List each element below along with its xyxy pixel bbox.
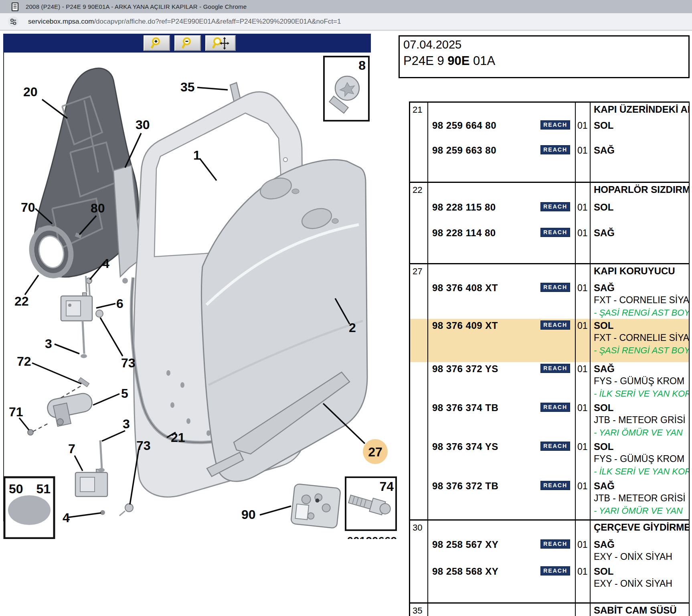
part-entry-row[interactable]: 98 376 409 XTREACH01SOLFXT - CORNELIE Sİ… — [410, 319, 689, 362]
reach-badge[interactable]: REACH — [540, 228, 570, 237]
reach-badge[interactable]: REACH — [540, 364, 570, 373]
part-number[interactable]: 98 228 115 80 — [432, 202, 496, 213]
inset-box-8: 8 — [324, 57, 369, 121]
reach-badge[interactable]: REACH — [540, 442, 570, 451]
part-color-attr: FYS - GÜMÜŞ KROM — [594, 453, 689, 465]
part-side-label: SAĞ — [594, 282, 689, 294]
reach-badge[interactable]: REACH — [540, 539, 570, 549]
part-quantity: 01 — [576, 119, 591, 144]
window-title: 2008 (P24E) - P24E 9 90E01A - ARKA YANA … — [26, 3, 247, 10]
part-entry-row[interactable]: 98 376 374 TBREACH01SOLJTB - METEOR GRİS… — [410, 401, 689, 440]
upper-hinge-part — [61, 293, 92, 321]
part-side-label: SOL — [594, 319, 689, 332]
diagram-label-22: 22 — [14, 294, 29, 308]
part-quantity: 01 — [576, 479, 591, 519]
part-number[interactable]: 98 258 567 XY — [432, 539, 498, 550]
part-number[interactable]: 98 376 374 YS — [432, 441, 498, 452]
reach-badge[interactable]: REACH — [540, 566, 570, 575]
reach-badge[interactable]: REACH — [540, 283, 570, 292]
site-settings-tune-icon[interactable] — [8, 16, 18, 27]
diagram-label-2: 2 — [349, 320, 356, 335]
diagram-label-72: 72 — [17, 354, 31, 369]
diagram-label-27: 27 — [368, 445, 382, 459]
diagram-label-70: 70 — [21, 200, 35, 215]
table-row: 21KAPI ÜZERİNDEKİ ARK98 259 664 80REACH0… — [410, 101, 689, 182]
part-color-attr: JTB - METEOR GRİSİ — [594, 414, 689, 426]
part-entry-row[interactable]: 98 376 372 TBREACH01SAĞJTB - METEOR GRİS… — [410, 479, 689, 519]
part-quantity: 01 — [576, 201, 591, 226]
part-number[interactable]: 98 376 374 TB — [432, 402, 498, 413]
zoom-out-button[interactable] — [174, 35, 201, 51]
part-entry-row[interactable]: 98 376 374 YSREACH01SOLFYS - GÜMÜŞ KROM-… — [410, 440, 689, 479]
diagram-label-3-lower: 3 — [123, 417, 130, 431]
part-side-label: SAĞ — [594, 144, 689, 156]
window-titlebar: 2008 (P24E) - P24E 9 90E01A - ARKA YANA … — [0, 0, 692, 13]
parts-table-rows: 21KAPI ÜZERİNDEKİ ARK98 259 664 80REACH0… — [410, 101, 689, 616]
pin-72 — [78, 377, 89, 387]
part-entry-row[interactable]: 98 259 664 80REACH01SOL — [410, 119, 689, 144]
part-number[interactable]: 98 228 114 80 — [432, 227, 496, 238]
part-note-green: - İLK SERİ VE YAN KOR — [594, 387, 689, 400]
diagram-label-90: 90 — [241, 507, 256, 522]
zoom-in-button[interactable] — [144, 35, 170, 51]
part-number[interactable]: 98 376 408 XT — [432, 282, 498, 293]
reach-badge[interactable]: REACH — [540, 120, 570, 130]
reach-badge[interactable]: REACH — [540, 320, 570, 330]
reach-badge[interactable]: REACH — [540, 202, 570, 211]
part-entry-row[interactable]: 98 376 372 YSREACH01SAĞFYS - GÜMÜŞ KROM-… — [410, 362, 689, 401]
url-text[interactable]: servicebox.mpsa.com/docapvpr/affiche.do?… — [28, 18, 341, 26]
reach-badge[interactable]: REACH — [540, 145, 570, 154]
part-note-green: - YARI ÖMÜR VE YAN — [594, 426, 689, 439]
row-header-line: 21KAPI ÜZERİNDEKİ ARK — [410, 103, 689, 119]
part-color-attr: EXY - ONİX SİYAH — [594, 578, 689, 590]
row-ref: 22 — [410, 183, 428, 201]
part-number[interactable]: 98 259 664 80 — [432, 120, 496, 131]
part-number[interactable]: 98 258 568 XY — [432, 566, 498, 577]
inset-box-50-51: 50 51 02/2024 — [4, 477, 54, 539]
zoom-out-icon — [181, 37, 194, 50]
row-title: KAPI ÜZERİNDEKİ ARK — [594, 103, 689, 116]
part-note-green: - ŞASİ RENGİ AST BOYA — [594, 344, 689, 357]
diagram-label-71: 71 — [9, 405, 23, 419]
part-entry-row[interactable]: 98 376 408 XTREACH01SAĞFXT - CORNELIE Sİ… — [410, 281, 689, 319]
row-title: SABİT CAM SÜSÜ — [594, 604, 689, 616]
part-entry-row[interactable]: 98 258 567 XYREACH01SAĞEXY - ONİX SİYAH — [410, 538, 689, 565]
row-title: HOPARLÖR SIZDIRMAZ — [594, 183, 689, 196]
part-number[interactable]: 98 376 372 TB — [432, 480, 498, 491]
part-quantity: 01 — [576, 401, 591, 440]
part-side-label: SOL — [594, 201, 689, 213]
reach-badge[interactable]: REACH — [540, 481, 570, 490]
part-side-label: SAĞ — [594, 363, 689, 375]
row-header-line: 30ÇERÇEVE GİYDİRMESİ — [410, 521, 689, 538]
part-quantity: 01 — [576, 319, 591, 362]
diagram-label-50: 50 — [9, 482, 23, 496]
zoom-pan-button[interactable] — [205, 35, 236, 51]
part-number[interactable]: 98 376 409 XT — [432, 320, 498, 331]
part-entry-row[interactable]: 98 228 114 80REACH01SAĞ — [410, 226, 689, 263]
selected-callout-27[interactable]: 27 — [363, 439, 388, 464]
diagram-label-8: 8 — [358, 58, 366, 73]
part-number[interactable]: 98 376 372 YS — [432, 363, 498, 374]
screw-3-upper — [83, 321, 84, 354]
reach-badge[interactable]: REACH — [540, 403, 570, 412]
exploded-parts-diagram: 8 74 00120669 50 51 02/2024 — [3, 53, 407, 539]
part-entry-row[interactable]: 98 259 663 80REACH01SAĞ — [410, 144, 689, 182]
part-quantity: 01 — [576, 565, 591, 602]
part-color-attr: FXT - CORNELIE SİYAH — [594, 332, 689, 344]
diagram-label-1: 1 — [193, 148, 200, 162]
row-title: ÇERÇEVE GİYDİRMESİ — [594, 521, 689, 533]
check-strap-part — [46, 392, 93, 426]
zoom-pan-icon — [212, 37, 229, 50]
part-entry-row[interactable]: 98 258 568 XYREACH01SOLEXY - ONİX SİYAH — [410, 565, 689, 602]
lock-mechanism-part — [291, 484, 341, 528]
bolt-73-lower — [125, 504, 133, 512]
parts-table: 21KAPI ÜZERİNDEKİ ARK98 259 664 80REACH0… — [409, 101, 690, 616]
address-bar[interactable]: servicebox.mpsa.com/docapvpr/affiche.do?… — [0, 13, 692, 31]
part-side-label: SAĞ — [594, 227, 689, 239]
image-reference-number: 00120669 — [347, 535, 397, 539]
part-entry-row[interactable]: 98 228 115 80REACH01SOL — [410, 201, 689, 226]
part-number[interactable]: 98 259 663 80 — [432, 145, 496, 156]
browser-window: 2008 (P24E) - P24E 9 90E01A - ARKA YANA … — [0, 0, 692, 616]
url-path: /docapvpr/affiche.do?ref=P24E990E01A&ref… — [94, 18, 341, 25]
part-quantity: 01 — [576, 440, 591, 479]
